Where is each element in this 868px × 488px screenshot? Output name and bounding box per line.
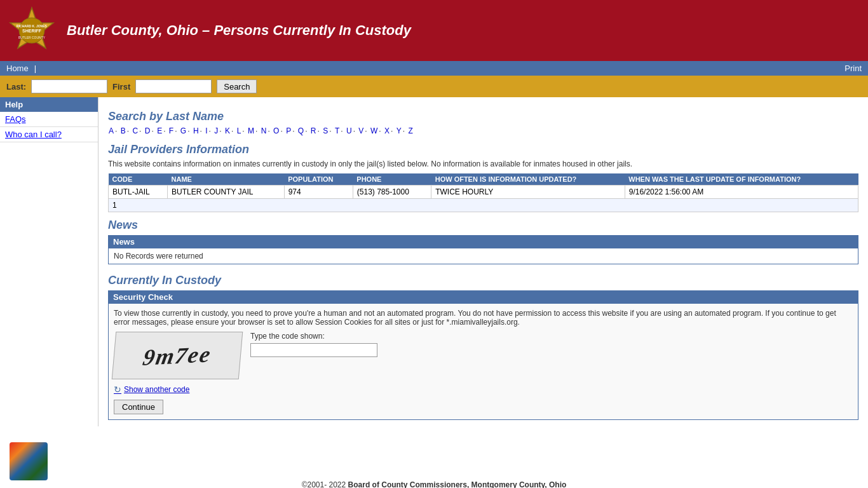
copyright-year: ©2001- 2022 (302, 480, 346, 488)
show-another-code[interactable]: ↻ Show another code (114, 384, 853, 395)
custody-heading: Currently In Custody (108, 274, 858, 287)
news-body: No Records were returned (108, 248, 858, 264)
alpha-D[interactable]: D (145, 126, 151, 135)
jail-providers-heading: Jail Providers Information (108, 143, 858, 156)
site-title: Butler County, Ohio – Persons Currently … (67, 22, 411, 39)
alpha-X[interactable]: X (384, 126, 390, 135)
svg-text:RICHARD K. JONES: RICHARD K. JONES (17, 24, 47, 28)
sidebar-item-who[interactable]: Who can I call? (0, 127, 98, 142)
security-check-header: Security Check (108, 290, 858, 304)
alpha-T[interactable]: T (335, 126, 339, 135)
cell-phone: (513) 785-1000 (353, 186, 431, 199)
jail-providers-table: CODE NAME POPULATION PHONE HOW OFTEN IS … (108, 173, 858, 212)
alpha-K[interactable]: K (225, 126, 230, 135)
continue-button[interactable]: Continue (114, 400, 163, 414)
table-footer: 1 (109, 199, 858, 212)
col-population: POPULATION (284, 173, 353, 186)
col-phone: PHONE (353, 173, 431, 186)
svg-text:BUTLER COUNTY: BUTLER COUNTY (18, 36, 46, 39)
last-input[interactable] (31, 79, 107, 93)
main-layout: Help FAQs Who can I call? Search by Last… (0, 97, 868, 426)
alpha-P[interactable]: P (286, 126, 291, 135)
alpha-I[interactable]: I (205, 126, 207, 135)
alpha-H[interactable]: H (193, 126, 199, 135)
col-name: NAME (168, 173, 285, 186)
search-bar: Last: First Search (0, 76, 868, 97)
captcha-area: 9m7ee Type the code shown: (114, 332, 853, 379)
refresh-icon: ↻ (114, 384, 121, 395)
col-code: CODE (109, 173, 168, 186)
montgomery-county-logo (10, 442, 48, 480)
alpha-W[interactable]: W (370, 126, 377, 135)
alpha-S[interactable]: S (323, 126, 328, 135)
security-body: To view those currently in custody, you … (108, 304, 858, 420)
print-link[interactable]: Print (844, 64, 862, 73)
alpha-O[interactable]: O (273, 126, 279, 135)
alpha-Q[interactable]: Q (298, 126, 304, 135)
nav-links: Home | (6, 64, 39, 73)
cell-update-freq: TWICE HOURLY (431, 186, 625, 199)
footer-logo (10, 442, 858, 480)
first-input[interactable] (135, 79, 212, 93)
captcha-input[interactable] (250, 343, 377, 357)
cell-name: BUTLER COUNTY JAIL (168, 186, 285, 199)
copyright: ©2001- 2022 Board of County Commissioner… (10, 480, 858, 488)
search-by-lastname-heading: Search by Last Name (108, 110, 858, 123)
cell-population: 974 (284, 186, 353, 199)
alpha-Z[interactable]: Z (408, 126, 412, 135)
col-update-freq: HOW OFTEN IS INFORMATION UPDATED? (431, 173, 625, 186)
sidebar-help-label: Help (0, 97, 98, 112)
news-heading: News (108, 219, 858, 232)
alphabet-links: A· B· C· D· E· F· G· H· I· J· K· L· M· N… (108, 126, 858, 135)
show-another-label: Show another code (124, 385, 189, 394)
alpha-A[interactable]: A (109, 126, 114, 135)
header: RICHARD K. JONES SHERIFF BUTLER COUNTY B… (0, 0, 868, 61)
nav-divider: | (34, 64, 36, 73)
table-footer-row: 1 (109, 199, 858, 212)
alpha-N[interactable]: N (261, 126, 267, 135)
alpha-E[interactable]: E (157, 126, 162, 135)
jail-providers-desc: This website contains information on inm… (108, 159, 858, 168)
security-desc: To view those currently in custody, you … (114, 309, 853, 327)
last-label: Last: (6, 82, 26, 92)
table-row: BUTL-JAIL BUTLER COUNTY JAIL 974 (513) 7… (109, 186, 858, 199)
alpha-M[interactable]: M (248, 126, 254, 135)
alpha-B[interactable]: B (121, 126, 126, 135)
alpha-G[interactable]: G (180, 126, 186, 135)
sidebar-item-faqs[interactable]: FAQs (0, 112, 98, 127)
news-no-records: No Records were returned (114, 252, 203, 261)
col-last-update: WHEN WAS THE LAST UPDATE OF INFORMATION? (625, 173, 858, 186)
cell-code: BUTL-JAIL (109, 186, 168, 199)
alpha-L[interactable]: L (237, 126, 241, 135)
sheriff-badge: RICHARD K. JONES SHERIFF BUTLER COUNTY (6, 5, 57, 56)
captcha-image: 9m7ee (112, 332, 243, 379)
svg-text:SHERIFF: SHERIFF (22, 29, 42, 33)
captcha-text: 9m7ee (141, 341, 214, 370)
first-label: First (112, 82, 130, 92)
footer: ©2001- 2022 Board of County Commissioner… (0, 433, 868, 488)
type-code-label: Type the code shown: (250, 332, 377, 341)
news-subheader: News (108, 235, 858, 248)
sidebar: Help FAQs Who can I call? (0, 97, 98, 426)
home-link[interactable]: Home (6, 64, 29, 73)
alpha-R[interactable]: R (311, 126, 316, 135)
captcha-input-area: Type the code shown: (250, 332, 377, 357)
alpha-V[interactable]: V (358, 126, 363, 135)
cell-last-update: 9/16/2022 1:56:00 AM (625, 186, 858, 199)
alpha-F[interactable]: F (169, 126, 173, 135)
nav-bar: Home | Print (0, 61, 868, 76)
alpha-J[interactable]: J (214, 126, 218, 135)
alpha-C[interactable]: C (132, 126, 138, 135)
alpha-Y[interactable]: Y (397, 126, 402, 135)
content: Search by Last Name A· B· C· D· E· F· G·… (98, 97, 868, 426)
search-button[interactable]: Search (217, 79, 257, 93)
alpha-U[interactable]: U (346, 126, 352, 135)
footer-org: Board of County Commissioners, Montgomer… (348, 480, 567, 488)
